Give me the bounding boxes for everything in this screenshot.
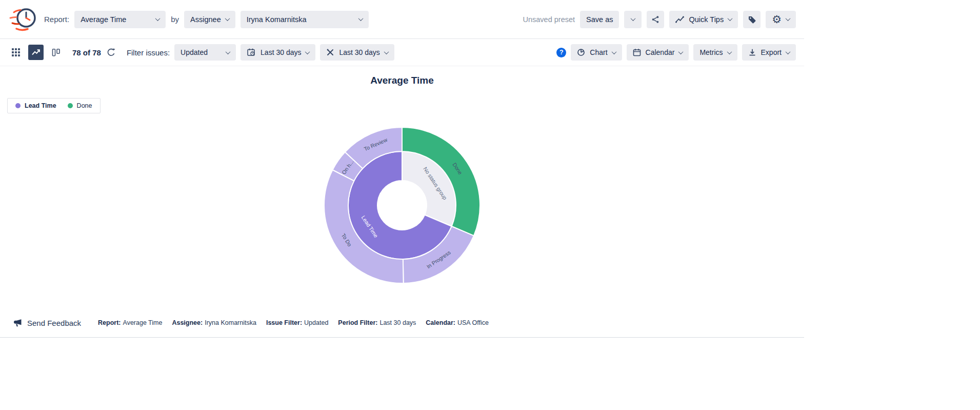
preset-status: Unsaved preset [523, 15, 575, 24]
clock-logo-icon [8, 6, 38, 33]
group-by-select[interactable]: Assignee [184, 11, 235, 28]
gear-icon: ⚙ [772, 14, 782, 25]
by-label: by [171, 15, 179, 24]
legend-item-lead-time[interactable]: Lead Time [15, 102, 56, 109]
summary-label: Calendar: [426, 319, 455, 326]
help-button[interactable]: ? [556, 48, 566, 57]
legend-label-lead-time: Lead Time [25, 102, 56, 109]
summary-value: Average Time [123, 319, 163, 326]
chart-view-button[interactable] [28, 45, 44, 60]
summary-label: Assignee: [172, 319, 203, 326]
refresh-button[interactable] [106, 47, 117, 58]
calendar-icon [633, 48, 641, 56]
export-menu-button[interactable]: Export [742, 44, 796, 61]
summary-period-filter: Period Filter:Last 30 days [338, 319, 416, 326]
trend-chart-icon [31, 48, 41, 57]
legend-label-done: Done [77, 102, 92, 109]
chevron-down-icon [631, 16, 636, 21]
grid-icon [12, 48, 20, 56]
metrics-menu-button[interactable]: Metrics [693, 44, 737, 61]
chart-menu-button[interactable]: Chart [571, 44, 622, 61]
chevron-down-icon [611, 49, 616, 54]
label-button[interactable] [743, 11, 761, 28]
report-label: Report: [44, 15, 69, 24]
quick-tips-icon [675, 16, 684, 23]
chevron-down-icon [384, 49, 389, 54]
summary-value: Updated [304, 319, 328, 326]
chevron-down-icon [225, 16, 230, 21]
summary-value: USA Office [457, 319, 489, 326]
top-header: Report: Average Time by Assignee Iryna K… [0, 0, 804, 39]
app-logo[interactable] [7, 6, 39, 33]
toolbar: 78 of 78 Filter issues: Updated Last 30 … [0, 39, 804, 66]
export-menu-label: Export [761, 48, 782, 56]
chevron-down-icon [786, 16, 791, 21]
summary-label: Period Filter: [338, 319, 377, 326]
summary-assignee: Assignee:Iryna Komarnitska [172, 319, 256, 326]
settings-button[interactable]: ⚙ [766, 11, 796, 28]
assignee-select[interactable]: Iryna Komarnitska [241, 11, 369, 28]
quick-tips-button[interactable]: Quick Tips [669, 11, 738, 28]
share-icon [651, 15, 659, 24]
calendar-period-value: Last 30 days [339, 48, 379, 56]
calendar-clock-icon [247, 48, 256, 57]
calendar-period-select[interactable]: Last 30 days [320, 44, 394, 61]
send-feedback-label: Send Feedback [27, 319, 81, 327]
chevron-down-icon [305, 49, 310, 54]
chevron-down-icon [727, 49, 732, 54]
app-window: Report: Average Time by Assignee Iryna K… [0, 0, 804, 338]
share-button[interactable] [647, 11, 664, 28]
board-view-button[interactable] [48, 45, 64, 60]
chart-legend: Lead Time Done [7, 98, 101, 113]
calendar-menu-label: Calendar [646, 48, 675, 56]
chevron-down-icon [728, 16, 733, 21]
grid-view-button[interactable] [8, 45, 24, 60]
chevron-down-icon [678, 49, 684, 54]
quick-tips-label: Quick Tips [689, 15, 724, 24]
chevron-down-icon [358, 16, 363, 21]
refresh-icon [107, 48, 116, 57]
save-as-button[interactable]: Save as [580, 11, 619, 28]
send-feedback-button[interactable]: Send Feedback [13, 319, 81, 327]
chart-title: Average Time [0, 75, 804, 86]
report-type-value: Average Time [81, 15, 126, 24]
done-dot-icon [68, 103, 73, 108]
summary-value: Iryna Komarnitska [205, 319, 256, 326]
summary-label: Report: [98, 319, 121, 326]
sunburst-chart[interactable]: No status groupLead TimeDoneIn ProgressT… [320, 123, 484, 287]
work-tools-icon [326, 48, 334, 56]
issue-filter-value: Updated [181, 48, 208, 56]
summary-label: Issue Filter: [266, 319, 302, 326]
legend-item-done[interactable]: Done [68, 102, 92, 109]
assignee-value: Iryna Komarnitska [247, 15, 307, 24]
issue-filter-select[interactable]: Updated [174, 44, 236, 61]
calendar-menu-button[interactable]: Calendar [627, 44, 689, 61]
group-by-value: Assignee [190, 15, 221, 24]
report-type-select[interactable]: Average Time [74, 11, 166, 28]
chevron-down-icon [226, 49, 231, 54]
summary-value: Last 30 days [379, 319, 416, 326]
report-summary: Report:Average Time Assignee:Iryna Komar… [98, 319, 489, 326]
chevron-down-icon [155, 16, 161, 21]
summary-report: Report:Average Time [98, 319, 162, 326]
filter-issues-label: Filter issues: [127, 48, 170, 57]
save-options-button[interactable] [624, 11, 642, 28]
summary-calendar: Calendar:USA Office [426, 319, 489, 326]
summary-issue-filter: Issue Filter:Updated [266, 319, 328, 326]
tag-icon [748, 15, 756, 24]
save-as-label: Save as [586, 15, 613, 24]
question-mark-icon: ? [559, 49, 564, 56]
metrics-menu-label: Metrics [699, 48, 723, 56]
megaphone-icon [13, 319, 23, 327]
chart-menu-label: Chart [590, 48, 607, 56]
chevron-down-icon [786, 49, 791, 54]
issues-count: 78 of 78 [72, 48, 101, 57]
export-download-icon [748, 48, 756, 56]
board-icon [52, 48, 61, 57]
period-filter-value: Last 30 days [261, 48, 301, 56]
lead-time-dot-icon [15, 103, 21, 108]
period-filter-select[interactable]: Last 30 days [241, 44, 315, 61]
footer: Send Feedback Report:Average Time Assign… [0, 308, 804, 338]
pie-chart-icon [577, 48, 585, 56]
